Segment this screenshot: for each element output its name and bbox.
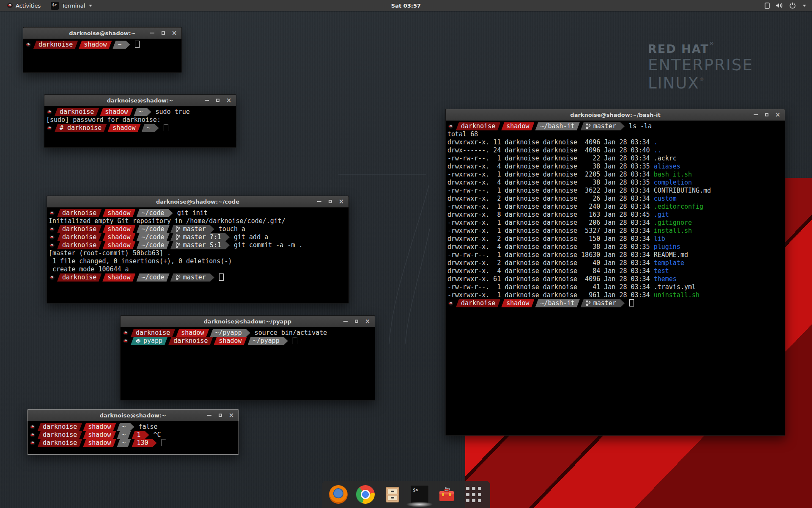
terminal-content[interactable]: darknoiseshadow~/codegit initInitialized… — [47, 207, 348, 282]
terminal-output-line: drwxrwxr-x. 61 darknoise darknoise 4096 … — [447, 275, 785, 283]
titlebar[interactable]: darknoise@shadow:~/bash-it × — [446, 109, 785, 121]
terminal-prompt-line: darknoiseshadow~/codegit init — [49, 209, 348, 217]
maximize-button[interactable] — [326, 197, 335, 206]
redhat-prompt-icon — [49, 274, 55, 282]
window-title: darknoise@shadow:~/code — [47, 199, 348, 205]
system-status-area[interactable] — [765, 2, 812, 9]
filename: bash_it.sh — [654, 171, 692, 178]
prompt-segment: darknoise — [168, 337, 213, 345]
terminal-output-line: [sudo] password for darknoise: — [46, 116, 236, 124]
command-text: ^C — [154, 431, 161, 439]
maximize-button[interactable] — [762, 110, 771, 119]
brand-line-2: ENTERPRISE — [648, 57, 753, 73]
titlebar[interactable]: darknoise@shadow:~ × — [23, 28, 181, 39]
terminal-output-line: -rw-rw-r--. 1 darknoise darknoise 18630 … — [447, 251, 785, 259]
power-icon — [789, 2, 796, 9]
maximize-button[interactable] — [216, 411, 225, 420]
maximize-button[interactable] — [213, 96, 222, 105]
terminal-dock-icon[interactable]: $> — [410, 485, 429, 504]
prompt-segment: darknoise — [38, 439, 82, 447]
terminal-output-line: 1 file changed, 0 insertions(+), 0 delet… — [49, 257, 348, 265]
close-button[interactable]: × — [170, 29, 179, 37]
git-branch-icon — [176, 274, 181, 282]
terminal-prompt-line: # darknoiseshadow~ — [46, 124, 236, 132]
terminal-content[interactable]: darknoiseshadow~falsedarknoiseshadow~1^C… — [27, 421, 239, 447]
activities-button[interactable]: Activities — [4, 0, 43, 11]
terminal-output-line: -rwxrwxr-x. 1 darknoise darknoise 2205 J… — [447, 171, 785, 179]
terminal-output-line: -rw-rw-r--. 1 darknoise darknoise 3622 J… — [447, 187, 785, 195]
terminal-prompt-line: darknoiseshadow~/codemaster — [49, 273, 348, 282]
close-button[interactable]: × — [773, 110, 782, 119]
maximize-button[interactable] — [159, 29, 168, 37]
minimize-button[interactable] — [202, 96, 211, 105]
minimize-button[interactable] — [148, 29, 157, 37]
prompt-segment: ~/code — [136, 233, 169, 241]
terminal-app-icon: $> — [51, 2, 59, 10]
close-button[interactable]: × — [337, 197, 346, 206]
prompt-segment: shadow — [79, 41, 112, 49]
minimize-button[interactable] — [315, 197, 324, 206]
prompt-segment: master — [170, 225, 214, 233]
terminal-prompt-line: pyappdarknoiseshadow~/pyapp — [122, 337, 375, 345]
chrome-icon[interactable] — [356, 485, 375, 504]
prompt-segment: ~/code — [136, 209, 173, 217]
file-manager-icon[interactable] — [383, 485, 402, 504]
terminal-window-bash-it: darknoise@shadow:~/bash-it × darknoisesh… — [445, 109, 785, 436]
prompt-segment: darknoise — [33, 41, 78, 49]
terminal-window-code: darknoise@shadow:~/code × darknoiseshado… — [47, 196, 349, 304]
prompt-segment: darknoise — [456, 299, 500, 307]
command-text: git init — [177, 209, 208, 217]
minimize-button[interactable] — [341, 317, 350, 326]
terminal-output-line: -rwxrwxr-x. 1 darknoise darknoise 961 Ja… — [447, 291, 785, 299]
close-button[interactable]: × — [363, 317, 372, 326]
terminal-cursor — [135, 41, 140, 48]
close-button[interactable]: × — [224, 96, 233, 105]
app-grid-icon[interactable] — [464, 485, 483, 504]
minimize-button[interactable] — [205, 411, 214, 420]
terminal-prompt-line: darknoiseshadow~false — [29, 423, 239, 431]
filename: test — [654, 267, 669, 275]
terminal-prompt-line: darknoiseshadow~/bash-itmaster — [447, 299, 785, 307]
git-branch-icon — [176, 242, 181, 250]
prompt-segment: shadow — [501, 122, 534, 130]
terminal-output-line: drwxrwxr-x. 2 darknoise darknoise 26 Jan… — [447, 195, 785, 203]
titlebar[interactable]: darknoise@shadow:~ × — [44, 95, 236, 106]
chevron-down-icon — [803, 5, 806, 7]
minimize-button[interactable] — [751, 110, 760, 119]
maximize-button[interactable] — [352, 317, 361, 326]
toolbox-icon[interactable] — [437, 485, 456, 504]
terminal-output-line: total 68 — [447, 130, 785, 138]
redhat-prompt-icon — [123, 338, 129, 346]
redhat-prompt-icon — [30, 440, 36, 448]
terminal-content[interactable]: darknoiseshadow~sudo true[sudo] password… — [44, 106, 236, 132]
terminal-content[interactable]: darknoiseshadow~/pyappsource bin/activat… — [121, 327, 375, 345]
clock[interactable]: Sat 03:57 — [0, 3, 812, 9]
redhat-prompt-icon — [25, 41, 32, 50]
filename: .git — [654, 211, 669, 218]
titlebar[interactable]: darknoise@shadow:~ × — [27, 410, 239, 421]
prompt-segment: pyapp — [131, 337, 167, 345]
filename: custom — [654, 195, 677, 202]
firefox-icon[interactable] — [329, 485, 348, 504]
prompt-segment: shadow — [102, 233, 135, 241]
prompt-segment: darknoise — [57, 241, 102, 249]
prompt-segment: shadow — [102, 241, 135, 249]
titlebar[interactable]: darknoise@shadow:~/pyapp × — [121, 316, 375, 327]
prompt-segment: ~/bash-it — [535, 299, 579, 307]
prompt-segment: 1 — [132, 431, 149, 439]
terminal-output-line: drwxrwxr-x. 4 darknoise darknoise 38 Jan… — [447, 243, 785, 251]
prompt-segment: # darknoise — [55, 124, 107, 132]
close-button[interactable]: × — [227, 411, 236, 420]
command-text: touch a — [219, 225, 245, 233]
prompt-segment: shadow — [107, 124, 140, 132]
terminal-output-line: -rw-rw-r--. 1 darknoise darknoise 41 Jan… — [447, 283, 785, 291]
git-branch-icon — [176, 226, 181, 234]
titlebar[interactable]: darknoise@shadow:~/code × — [47, 196, 348, 207]
terminal-content[interactable]: darknoiseshadow~/bash-itmasterls -latota… — [446, 121, 785, 307]
terminal-content[interactable]: darknoiseshadow~ — [23, 39, 181, 49]
window-title: darknoise@shadow:~/bash-it — [446, 112, 785, 118]
filename: .gitignore — [654, 219, 692, 226]
terminal-output-line: drwxrwxr-x. 4 darknoise darknoise 38 Jan… — [447, 163, 785, 171]
app-menu-terminal[interactable]: $> Terminal — [47, 0, 96, 11]
git-branch-icon — [176, 234, 181, 242]
